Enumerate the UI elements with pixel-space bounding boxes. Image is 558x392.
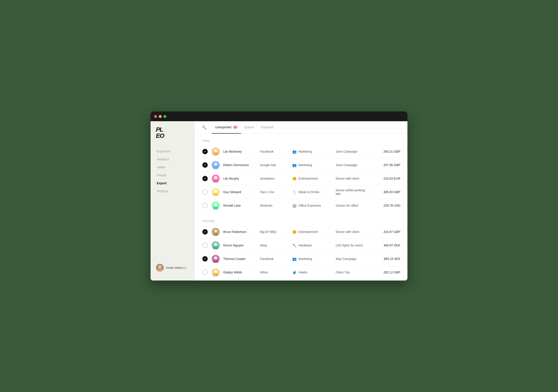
note: Games for office	[336, 204, 370, 207]
note: Dinner with client	[336, 177, 370, 180]
checkbox[interactable]	[202, 149, 208, 154]
tab-unexported[interactable]: Unexported 6	[212, 121, 241, 134]
checkbox[interactable]	[202, 176, 208, 181]
checkbox-empty[interactable]	[202, 270, 208, 275]
category: 🏢 Office Expenses	[292, 204, 332, 208]
amount: 685.15 SEK	[374, 257, 400, 261]
category-icon: 👥	[292, 257, 297, 261]
checkbox[interactable]	[202, 203, 208, 208]
section-label-yesterday: Yesterday	[202, 219, 400, 222]
checkbox-checked[interactable]	[202, 149, 208, 154]
avatar	[212, 268, 220, 276]
checkbox-checked[interactable]	[202, 162, 208, 168]
checkbox[interactable]	[202, 270, 208, 275]
avatar	[212, 175, 220, 182]
avatar	[212, 161, 220, 169]
checkbox[interactable]	[202, 256, 208, 262]
person-name: Lily Mckinney	[223, 150, 256, 153]
sidebar: PLEO Expenses Analytics Wallet People Ex…	[151, 121, 195, 281]
close-button[interactable]	[154, 115, 157, 118]
logo-text: PLEO	[156, 127, 190, 139]
nav-items: Expenses Analytics Wallet People Export …	[151, 148, 195, 260]
checkbox[interactable]	[202, 189, 208, 195]
sidebar-item-export[interactable]: Export	[154, 180, 191, 187]
avatar	[212, 202, 220, 210]
category-icon: 🍴	[292, 190, 297, 194]
checkbox-empty[interactable]	[202, 189, 208, 195]
avatar	[212, 255, 220, 263]
svg-point-13	[214, 190, 217, 193]
svg-point-7	[214, 162, 217, 166]
avatar	[212, 241, 220, 249]
user-section[interactable]: Kristin Wilson ∨	[151, 260, 195, 275]
sidebar-item-people[interactable]: People	[154, 172, 191, 179]
sidebar-item-analytics[interactable]: Analytics	[154, 156, 191, 163]
svg-point-28	[214, 270, 217, 273]
sidebar-item-settings[interactable]: Settings	[154, 187, 191, 195]
merchant: Smokebox	[260, 177, 289, 180]
amount: 410.67 GBP	[374, 230, 400, 234]
checkbox[interactable]	[202, 162, 208, 168]
table-row: Ronald Lane Nintendo 🏢 Office Expenses G…	[202, 199, 400, 212]
note: June Campaign	[336, 150, 370, 153]
category-icon: 👥	[292, 163, 297, 167]
person-name: Lily Murphy	[223, 177, 256, 180]
note: LED lights for event	[336, 244, 370, 247]
merchant: Big Ol' BBQ	[260, 230, 289, 234]
table-row: Lily Murphy Smokebox 😊 Entertainment Din…	[202, 172, 400, 185]
checkbox[interactable]	[202, 229, 208, 234]
tab-bar: 🔍 Unexported 6 Queue Exported	[195, 121, 407, 134]
search-icon[interactable]: 🔍	[202, 125, 206, 129]
checkbox-checked[interactable]	[202, 229, 208, 234]
checkbox-empty[interactable]	[202, 203, 208, 208]
content-area: Today Li	[195, 134, 407, 281]
table-row: Gladys Webb Hilton 🧳 Hotels Client Trip …	[202, 266, 400, 279]
svg-point-22	[214, 243, 217, 246]
svg-point-10	[214, 176, 217, 179]
table-row: Theresa Cooper Facebook 👥 Marketing May …	[202, 252, 400, 266]
merchant: Nintendo	[260, 204, 289, 207]
checkbox-checked[interactable]	[202, 176, 208, 181]
tab-queue[interactable]: Queue	[241, 121, 258, 134]
maximize-button[interactable]	[163, 115, 166, 118]
tab-exported[interactable]: Exported	[258, 121, 277, 134]
checkbox[interactable]	[202, 243, 208, 248]
amount: 260.31 GBP	[374, 150, 400, 153]
unexported-badge: 6	[233, 126, 237, 129]
merchant: Facebook	[260, 150, 289, 153]
amount: 385.83 GBP	[374, 190, 400, 194]
person-name: Gladys Webb	[223, 271, 256, 274]
today-list: Lily Mckinney Facebook 👥 Marketing June …	[202, 145, 400, 212]
app-window: PLEO Expenses Analytics Wallet People Ex…	[151, 111, 407, 281]
table-row: Regina Watson Hilton 🧳 Hotels Client Tri…	[202, 279, 400, 281]
yesterday-list: Bruce Robertson Big Ol' BBQ 😊 Entertainm…	[202, 225, 400, 281]
category: 👥 Marketing	[292, 163, 332, 167]
app-body: PLEO Expenses Analytics Wallet People Ex…	[151, 121, 407, 281]
merchant: Hilton	[260, 271, 289, 274]
sidebar-item-expenses[interactable]: Expenses	[154, 148, 191, 155]
checkbox-empty[interactable]	[202, 243, 208, 248]
table-row: Guy Steward Taco 2 Go 🍴 Meals & Drinks D…	[202, 185, 400, 199]
svg-point-16	[214, 203, 217, 206]
sidebar-item-wallet[interactable]: Wallet	[154, 164, 191, 171]
category: 😊 Entertainment	[292, 230, 332, 234]
table-row: Robert Simmmons Google Ads 👥 Marketing J…	[202, 158, 400, 172]
category-icon: 😊	[292, 230, 297, 234]
amount: 229.78 USD	[374, 204, 400, 207]
amount: 282.12 GBP	[374, 271, 400, 274]
avatar	[212, 148, 220, 155]
category: 🍴 Meals & Drinks	[292, 190, 332, 194]
table-row: Bruce Robertson Big Ol' BBQ 😊 Entertainm…	[202, 225, 400, 239]
category-icon: 🧳	[292, 270, 297, 274]
person-name: Theresa Cooper	[223, 257, 256, 261]
category: 😊 Entertainment	[292, 177, 332, 181]
category: 👥 Marketing	[292, 150, 332, 154]
minimize-button[interactable]	[159, 115, 162, 118]
logo: PLEO	[151, 127, 195, 148]
section-label-today: Today	[202, 139, 400, 142]
category-icon: 🏢	[292, 204, 297, 208]
svg-point-4	[214, 149, 217, 152]
person-name: Ronald Lane	[223, 204, 256, 207]
checkbox-checked[interactable]	[202, 256, 208, 262]
category: 🧳 Hotels	[292, 270, 332, 274]
